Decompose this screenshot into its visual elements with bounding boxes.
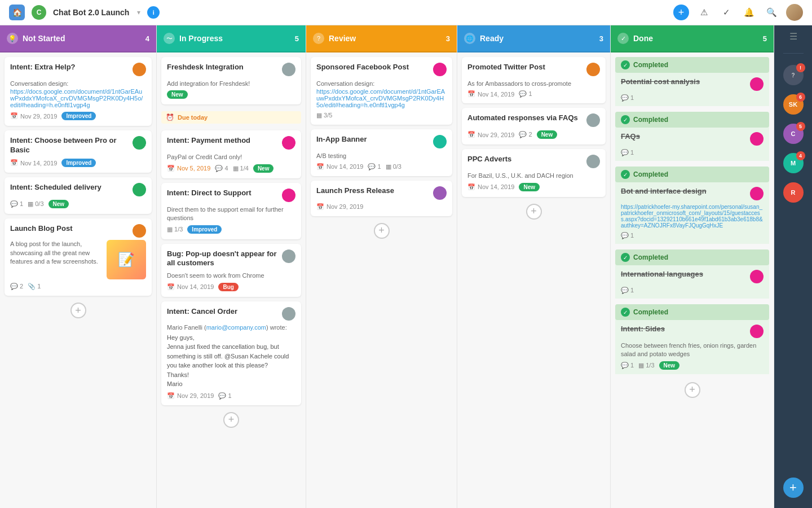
card-title: Bug: Pop-up doesn't appear for all custo… <box>167 249 277 269</box>
completed-header-3: ✓ Completed <box>615 167 769 182</box>
card-avatar <box>586 113 600 127</box>
badge-new: New <box>253 164 274 173</box>
completed-check-icon: ✓ <box>621 170 630 179</box>
card-done-3[interactable]: Bot and interface design https://patrick… <box>615 182 769 244</box>
kanban-board: 💡 Not Started 4 Intent: Extra Help? Conv… <box>0 25 812 508</box>
completed-header-1: ✓ Completed <box>615 57 769 73</box>
in-progress-icon: 〜 <box>164 33 175 44</box>
sidebar-unassigned[interactable]: ? ! <box>783 65 804 85</box>
card-avatar <box>133 63 146 76</box>
card-ip5[interactable]: Intent: Cancel Order Mario Fanelli (mari… <box>161 301 301 405</box>
home-icon[interactable]: 🏠 <box>9 5 25 20</box>
card-desc: Choose between french fries, onion rings… <box>621 342 756 357</box>
completed-header-5: ✓ Completed <box>615 304 769 320</box>
card-done-2[interactable]: FAQs 💬 1 <box>615 128 769 161</box>
card-avatar <box>282 249 295 263</box>
card-link[interactable]: https://docs.google.com/document/d/1ntGa… <box>316 88 447 108</box>
search-icon[interactable]: 🔍 <box>764 5 779 20</box>
column-header-ready: 🌐 Ready 3 <box>457 25 610 52</box>
card-rd1[interactable]: Promoted Twitter Post As for Ambassadors… <box>462 57 606 103</box>
card-ns2[interactable]: Intent: Choose between Pro or Basic 📅Nov… <box>5 130 152 173</box>
project-logo: C <box>32 5 46 20</box>
add-card-review[interactable]: + <box>374 223 390 239</box>
column-header-review: ? Review 3 <box>306 25 457 52</box>
done-title: Done <box>633 34 763 43</box>
card-title: Freshdesk Integration <box>167 63 277 72</box>
card-desc: For Bazil, U.S., U.K. and DACH region <box>467 172 573 179</box>
user-avatar[interactable] <box>786 4 803 21</box>
right-sidebar: ☰ ? ! SK 6 C 5 M 4 R + <box>774 25 812 508</box>
card-avatar <box>750 132 764 146</box>
bell-icon[interactable]: 🔔 <box>741 5 757 20</box>
add-card-not-started[interactable]: + <box>70 303 86 318</box>
column-header-done: ✓ Done 5 <box>611 25 774 52</box>
in-progress-cards: Freshdesk Integration Add integration fo… <box>157 52 306 508</box>
card-desc: A blog post for the launch, showcasing a… <box>10 240 102 266</box>
card-title: FAQs <box>621 132 745 142</box>
card-title: Intent: Sides <box>621 325 745 334</box>
card-link[interactable]: https://patrickhoefer-my.sharepoint.com/… <box>621 204 764 229</box>
card-title: PPC Adverts <box>467 155 582 164</box>
card-rv2[interactable]: In-App Banner A/B testing 📅Nov 14, 2019 … <box>311 129 452 176</box>
badge-new: New <box>48 200 69 208</box>
column-header-not-started: 💡 Not Started 4 <box>0 25 156 52</box>
card-title: Intent: Direct to Support <box>167 189 277 198</box>
project-dropdown-icon[interactable]: ▾ <box>137 8 140 16</box>
card-link[interactable]: https://docs.google.com/document/d/1ntGa… <box>10 88 146 108</box>
card-avatar <box>433 135 447 148</box>
sidebar-user-raphaela[interactable]: R <box>783 182 804 203</box>
card-ns3[interactable]: Intent: Scheduled delivery 💬 1 ▦ 0/3 New <box>5 177 152 214</box>
card-ip2[interactable]: Intent: Payment method PayPal or Credit … <box>161 130 301 178</box>
checkmark-icon[interactable]: ✓ <box>718 5 734 20</box>
add-user-button[interactable]: + <box>783 478 804 498</box>
card-title: Promoted Twitter Post <box>467 63 582 72</box>
completed-check-icon: ✓ <box>621 115 630 124</box>
sidebar-user-mia[interactable]: M 4 <box>783 153 804 173</box>
completed-header-2: ✓ Completed <box>615 112 769 128</box>
card-ip3[interactable]: Intent: Direct to Support Direct them to… <box>161 183 301 239</box>
sidebar-user-conor[interactable]: C 5 <box>783 124 804 144</box>
card-desc: As for Ambassadors to cross-promote <box>467 80 571 87</box>
card-rv1[interactable]: Sponsored Facebook Post Conversation des… <box>311 57 452 125</box>
alert-icon[interactable]: ⚠ <box>696 5 712 20</box>
add-card-in-progress[interactable]: + <box>223 412 239 428</box>
add-card-done[interactable]: + <box>685 382 700 398</box>
card-avatar <box>750 77 764 91</box>
not-started-cards: Intent: Extra Help? Conversation design:… <box>0 52 156 508</box>
column-header-in-progress: 〜 In Progress 5 <box>157 25 306 52</box>
card-avatar <box>750 187 764 200</box>
card-rd3[interactable]: PPC Adverts For Bazil, U.S., U.K. and DA… <box>462 149 606 196</box>
due-today-divider: ⏰ Due today <box>161 111 301 124</box>
badge-improved: Improved <box>61 112 96 120</box>
add-button[interactable]: + <box>673 5 689 20</box>
badge-new: New <box>537 130 558 139</box>
column-done: ✓ Done 5 ✓ Completed Potential cost anal… <box>611 25 774 508</box>
card-avatar <box>586 155 600 168</box>
card-rv3[interactable]: Launch Press Release 📅Nov 29, 2019 <box>311 181 452 216</box>
completed-check-icon: ✓ <box>621 253 630 262</box>
add-card-ready[interactable]: + <box>526 204 542 220</box>
card-ip4[interactable]: Bug: Pop-up doesn't appear for all custo… <box>161 244 301 297</box>
card-done-4[interactable]: International languages 💬 1 <box>615 265 769 299</box>
sidebar-user-susan[interactable]: SK 6 <box>783 94 804 115</box>
badge-improved: Improved <box>61 159 96 167</box>
card-title: Intent: Scheduled delivery <box>10 183 128 192</box>
not-started-title: Not Started <box>23 34 145 43</box>
card-title: Intent: Payment method <box>167 136 277 146</box>
card-ns1[interactable]: Intent: Extra Help? Conversation design:… <box>5 57 152 126</box>
card-desc: Conversation design: <box>316 80 374 87</box>
blog-post-image: 📝 <box>107 240 146 279</box>
card-done-5[interactable]: Intent: Sides Choose between french frie… <box>615 320 769 374</box>
card-done-1[interactable]: Potential cost analysis 💬 1 <box>615 73 769 106</box>
ready-cards: Promoted Twitter Post As for Ambassadors… <box>457 52 610 508</box>
info-icon[interactable]: i <box>147 6 160 19</box>
ready-count: 3 <box>599 34 603 43</box>
completed-section-4: ✓ Completed International languages 💬 1 <box>615 249 769 299</box>
sidebar-menu-icon[interactable]: ☰ <box>789 31 797 42</box>
card-rd2[interactable]: Automated responses via FAQs 📅Nov 29, 20… <box>462 108 606 144</box>
completed-section-5: ✓ Completed Intent: Sides Choose between… <box>615 304 769 374</box>
card-ip1[interactable]: Freshdesk Integration Add integration fo… <box>161 57 301 104</box>
in-progress-title: In Progress <box>179 34 295 43</box>
completed-label: Completed <box>633 61 764 69</box>
card-ns4[interactable]: Launch Blog Post A blog post for the lau… <box>5 218 152 296</box>
